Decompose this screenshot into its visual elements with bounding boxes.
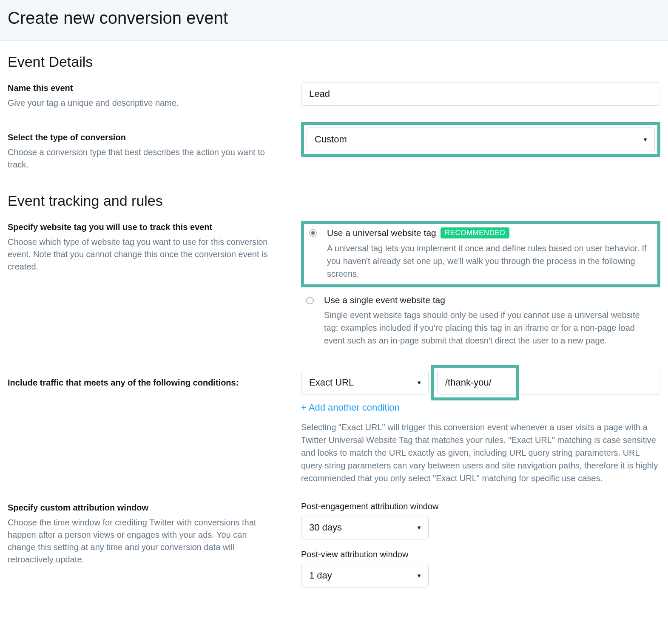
section-divider — [8, 178, 660, 178]
conversion-type-select[interactable]: Custom — [307, 128, 655, 151]
post-engagement-label: Post-engagement attribution window — [301, 502, 660, 511]
conditions-label: Include traffic that meets any of the fo… — [8, 377, 276, 389]
attribution-label: Specify custom attribution window — [8, 502, 276, 514]
page-title: Create new conversion event — [8, 9, 660, 28]
condition-url-input[interactable] — [437, 371, 660, 394]
conversion-type-help: Choose a conversion type that best descr… — [8, 146, 276, 171]
name-event-help: Give your tag a unique and descriptive n… — [8, 97, 276, 109]
name-event-label: Name this event — [8, 82, 276, 94]
radio-unselected-icon — [306, 297, 314, 304]
post-view-select[interactable]: 1 day — [301, 564, 429, 587]
section-title-event-details: Event Details — [8, 54, 660, 70]
event-name-input[interactable] — [301, 82, 660, 106]
conversion-type-label: Select the type of conversion — [8, 131, 276, 144]
single-tag-desc: Single event website tags should only be… — [324, 309, 655, 347]
recommended-badge: RECOMMENDED — [441, 227, 509, 238]
universal-tag-desc: A universal tag lets you implement it on… — [327, 242, 652, 280]
radio-selected-icon — [309, 229, 317, 237]
section-title-tracking: Event tracking and rules — [8, 193, 660, 209]
condition-match-type-select[interactable]: Exact URL — [301, 371, 429, 394]
single-tag-option[interactable]: Use a single event website tag Single ev… — [301, 295, 660, 347]
universal-tag-highlight: Use a universal website tag RECOMMENDED … — [301, 221, 660, 287]
post-view-label: Post-view attribution window — [301, 550, 660, 559]
tag-choice-help: Choose which type of website tag you wan… — [8, 236, 276, 273]
universal-tag-label: Use a universal website tag — [327, 228, 436, 238]
page-header: Create new conversion event — [0, 0, 668, 41]
universal-tag-option[interactable]: Use a universal website tag RECOMMENDED … — [309, 227, 652, 280]
post-engagement-select[interactable]: 30 days — [301, 516, 429, 539]
tag-choice-label: Specify website tag you will use to trac… — [8, 221, 276, 233]
conversion-type-highlight: Custom ▼ — [301, 122, 660, 157]
conditions-help-text: Selecting "Exact URL" will trigger this … — [301, 421, 660, 485]
attribution-help: Choose the time window for crediting Twi… — [8, 516, 276, 566]
add-condition-link[interactable]: + Add another condition — [301, 402, 400, 413]
single-tag-label: Use a single event website tag — [324, 295, 445, 305]
